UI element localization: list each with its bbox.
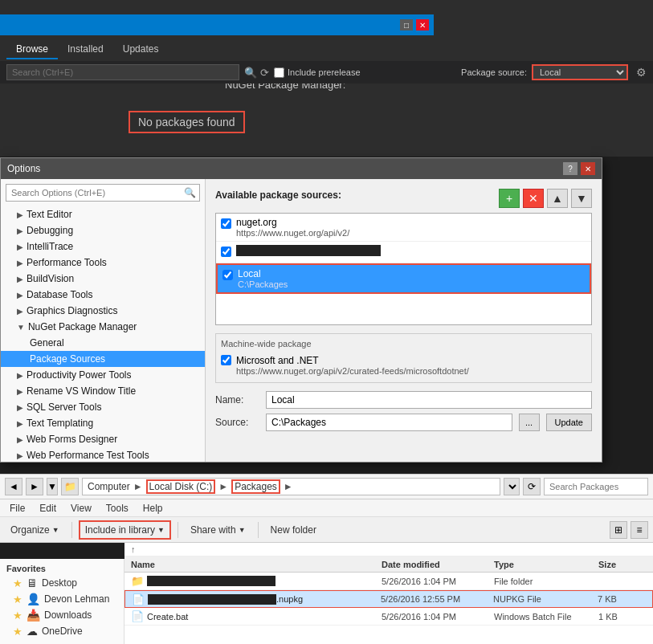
menu-file[interactable]: File — [3, 501, 31, 516]
toolbar-new-folder[interactable]: New folder — [265, 521, 322, 539]
toolbar-share-with[interactable]: Share with ▼ — [185, 521, 251, 539]
toolbar-include-library[interactable]: Include in library ▼ — [79, 520, 171, 540]
toolbar-sep3 — [258, 522, 259, 538]
options-body: 🔍 ▶ Text Editor ▶ Debugging ▶ IntelliTra… — [1, 179, 602, 462]
nuget-search-input[interactable] — [6, 64, 239, 80]
settings-icon[interactable]: ⚙ — [636, 66, 647, 79]
file-row-createbat[interactable]: 📄 Create.bat 5/26/2016 1:04 PM Windows B… — [124, 608, 653, 626]
fav-onedrive[interactable]: ★ ☁ OneDrive — [0, 623, 124, 639]
options-search-input[interactable] — [6, 185, 181, 200]
fav-downloads[interactable]: ★ 📥 Downloads — [0, 607, 124, 623]
name-row: Name: — [215, 391, 592, 409]
tree-item-debugging[interactable]: ▶ Debugging — [1, 222, 205, 238]
package-source-select[interactable]: Local — [532, 64, 628, 80]
bc-local-disk[interactable]: Local Disk (C:) — [146, 479, 216, 494]
remove-source-button[interactable]: ✕ — [523, 189, 544, 208]
tree-item-web-forms[interactable]: ▶ Web Forms Designer — [1, 431, 205, 447]
fav-user[interactable]: ★ 👤 Devon Lehman — [0, 591, 124, 607]
recent-button[interactable]: ▼ — [47, 478, 58, 495]
up-arrow-icon[interactable]: ↑ — [131, 544, 136, 554]
view-details-button[interactable]: ≡ — [631, 521, 648, 539]
fav-desktop[interactable]: ★ 🖥 Desktop — [0, 575, 124, 591]
organize-label: Organize — [10, 524, 50, 536]
tab-installed[interactable]: Installed — [58, 40, 113, 59]
file-size-nupkg: 7 KB — [598, 594, 646, 604]
move-down-button[interactable]: ▼ — [571, 189, 592, 208]
toolbar-organize[interactable]: Organize ▼ — [5, 521, 65, 539]
menu-view[interactable]: View — [64, 501, 98, 516]
menu-help[interactable]: Help — [137, 501, 169, 516]
explorer-menu: File Edit View Tools Help — [0, 499, 653, 517]
source-checkbox-redacted[interactable] — [221, 247, 231, 257]
arrow-icon: ▶ — [17, 435, 23, 444]
refresh-button[interactable]: ⟳ — [523, 478, 541, 495]
tree-item-package-sources[interactable]: Package Sources — [1, 351, 205, 367]
tree-item-performance-tools[interactable]: ▶ Performance Tools — [1, 255, 205, 271]
tree-item-text-editor[interactable]: ▶ Text Editor — [1, 206, 205, 222]
tree-item-rename-vs[interactable]: ▶ Rename VS Window Title — [1, 383, 205, 399]
tab-browse[interactable]: Browse — [6, 40, 58, 59]
tree-item-graphics-diagnostics[interactable]: ▶ Graphics Diagnostics — [1, 303, 205, 319]
menu-tools[interactable]: Tools — [100, 501, 135, 516]
options-close-button[interactable]: ✕ — [581, 162, 595, 175]
file-size-bat: 1 KB — [598, 612, 647, 622]
tree-item-productivity[interactable]: ▶ Productivity Power Tools — [1, 367, 205, 383]
source-row-local[interactable]: Local C:\Packages — [216, 263, 591, 294]
update-button[interactable]: Update — [546, 414, 592, 431]
arrow-icon: ▶ — [17, 387, 23, 396]
folder-icon-button[interactable]: 📁 — [61, 478, 79, 495]
tree-item-web-perf[interactable]: ▶ Web Performance Test Tools — [1, 447, 205, 462]
tab-updates[interactable]: Updates — [113, 40, 169, 59]
name-label: Name: — [215, 394, 259, 406]
machine-wide-checkbox[interactable] — [221, 355, 231, 365]
tree-item-text-templating[interactable]: ▶ Text Templating — [1, 415, 205, 431]
forward-button[interactable]: ► — [26, 478, 43, 495]
folder-icon: 📁 — [131, 575, 144, 587]
file-row-nupkg[interactable]: 📄 .nupkg 5/26/2016 12:55 PM NUPKG File 7… — [124, 590, 653, 608]
name-input[interactable] — [266, 391, 592, 409]
file-row-folder[interactable]: 📁 5/26/2016 1:04 PM File folder — [124, 573, 653, 590]
source-input[interactable] — [266, 414, 512, 431]
file-icon-nupkg: 📄 — [132, 593, 145, 605]
menu-edit[interactable]: Edit — [33, 501, 63, 516]
arrow-icon: ▶ — [17, 275, 23, 283]
options-title: Options — [7, 163, 40, 174]
source-url-local: C:\Packages — [238, 279, 288, 289]
prerelease-label: Include prerelease — [274, 67, 361, 78]
add-source-button[interactable]: + — [499, 189, 520, 208]
bc-sep3: ► — [284, 481, 293, 492]
path-dropdown[interactable] — [504, 478, 520, 495]
source-url-nuget: https://www.nuget.org/api/v2/ — [236, 228, 349, 238]
maximize-button[interactable]: □ — [400, 19, 413, 31]
arrow-icon: ▶ — [17, 291, 23, 300]
tree-item-intellitrace[interactable]: ▶ IntelliTrace — [1, 238, 205, 255]
bc-packages[interactable]: Packages — [231, 479, 280, 494]
file-type-bat: Windows Batch File — [494, 612, 598, 622]
source-row-redacted[interactable] — [216, 242, 591, 263]
arrow-icon: ▼ — [17, 323, 25, 332]
move-up-button[interactable]: ▲ — [547, 189, 568, 208]
close-button[interactable]: ✕ — [416, 19, 429, 31]
tree-item-sql-server[interactable]: ▶ SQL Server Tools — [1, 399, 205, 415]
tree-item-nuget[interactable]: ▼ NuGet Package Manager — [1, 319, 205, 335]
title-bar-controls: □ ✕ — [400, 19, 429, 31]
star-icon: ★ — [13, 593, 22, 605]
file-date-bat: 5/26/2016 1:04 PM — [382, 612, 494, 622]
prerelease-checkbox[interactable] — [274, 67, 284, 78]
options-help-button[interactable]: ? — [563, 162, 577, 175]
source-row-nuget[interactable]: nuget.org https://www.nuget.org/api/v2/ — [216, 214, 591, 242]
bc-computer[interactable]: Computer — [88, 481, 130, 492]
explorer-search-input[interactable] — [544, 478, 648, 495]
back-button[interactable]: ◄ — [5, 478, 22, 495]
browse-button[interactable]: ... — [519, 414, 540, 431]
source-checkbox-nuget[interactable] — [221, 218, 231, 229]
nupkg-extension: .nupkg — [276, 594, 303, 604]
star-icon: ★ — [13, 626, 22, 638]
tree-item-database-tools[interactable]: ▶ Database Tools — [1, 287, 205, 303]
file-list-header: Name Date modified Type Size — [124, 556, 653, 573]
tree-item-buildvision[interactable]: ▶ BuildVision — [1, 271, 205, 287]
available-sources-title: Available package sources: — [215, 190, 341, 201]
source-checkbox-local[interactable] — [222, 270, 233, 280]
tree-item-general[interactable]: General — [1, 335, 205, 351]
view-toggle-button[interactable]: ⊞ — [610, 521, 627, 539]
